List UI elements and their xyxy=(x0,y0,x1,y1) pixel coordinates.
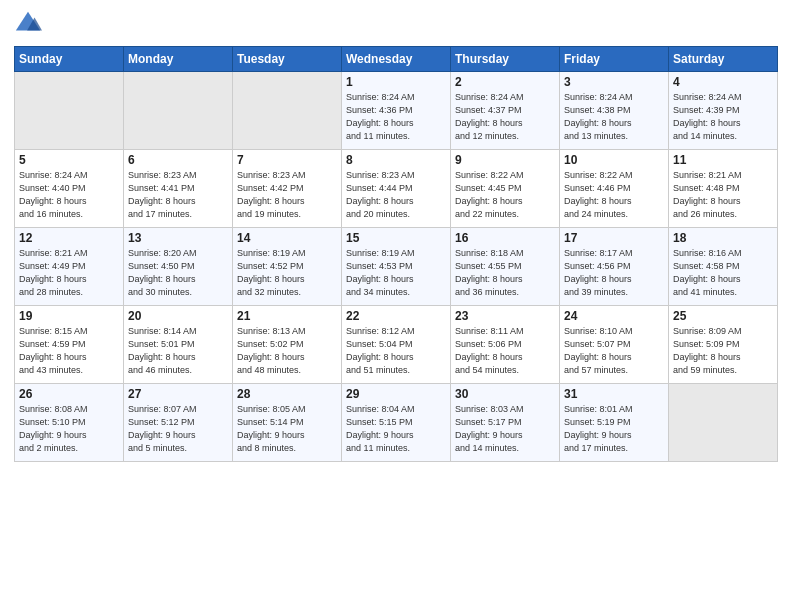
day-number: 29 xyxy=(346,387,446,401)
day-cell: 11Sunrise: 8:21 AM Sunset: 4:48 PM Dayli… xyxy=(669,150,778,228)
day-cell: 29Sunrise: 8:04 AM Sunset: 5:15 PM Dayli… xyxy=(342,384,451,462)
day-cell: 26Sunrise: 8:08 AM Sunset: 5:10 PM Dayli… xyxy=(15,384,124,462)
day-info: Sunrise: 8:10 AM Sunset: 5:07 PM Dayligh… xyxy=(564,325,664,377)
day-info: Sunrise: 8:21 AM Sunset: 4:49 PM Dayligh… xyxy=(19,247,119,299)
day-cell: 16Sunrise: 8:18 AM Sunset: 4:55 PM Dayli… xyxy=(451,228,560,306)
col-header-friday: Friday xyxy=(560,47,669,72)
day-cell: 21Sunrise: 8:13 AM Sunset: 5:02 PM Dayli… xyxy=(233,306,342,384)
day-info: Sunrise: 8:22 AM Sunset: 4:46 PM Dayligh… xyxy=(564,169,664,221)
day-number: 14 xyxy=(237,231,337,245)
logo-icon xyxy=(14,10,42,38)
day-info: Sunrise: 8:24 AM Sunset: 4:39 PM Dayligh… xyxy=(673,91,773,143)
day-number: 24 xyxy=(564,309,664,323)
day-number: 28 xyxy=(237,387,337,401)
day-number: 17 xyxy=(564,231,664,245)
day-number: 5 xyxy=(19,153,119,167)
day-cell: 8Sunrise: 8:23 AM Sunset: 4:44 PM Daylig… xyxy=(342,150,451,228)
day-number: 1 xyxy=(346,75,446,89)
day-number: 12 xyxy=(19,231,119,245)
day-number: 16 xyxy=(455,231,555,245)
day-info: Sunrise: 8:16 AM Sunset: 4:58 PM Dayligh… xyxy=(673,247,773,299)
day-info: Sunrise: 8:17 AM Sunset: 4:56 PM Dayligh… xyxy=(564,247,664,299)
day-cell: 15Sunrise: 8:19 AM Sunset: 4:53 PM Dayli… xyxy=(342,228,451,306)
day-cell: 3Sunrise: 8:24 AM Sunset: 4:38 PM Daylig… xyxy=(560,72,669,150)
day-number: 6 xyxy=(128,153,228,167)
day-cell: 12Sunrise: 8:21 AM Sunset: 4:49 PM Dayli… xyxy=(15,228,124,306)
day-number: 30 xyxy=(455,387,555,401)
day-info: Sunrise: 8:18 AM Sunset: 4:55 PM Dayligh… xyxy=(455,247,555,299)
day-info: Sunrise: 8:23 AM Sunset: 4:41 PM Dayligh… xyxy=(128,169,228,221)
day-cell: 13Sunrise: 8:20 AM Sunset: 4:50 PM Dayli… xyxy=(124,228,233,306)
day-number: 25 xyxy=(673,309,773,323)
day-cell: 6Sunrise: 8:23 AM Sunset: 4:41 PM Daylig… xyxy=(124,150,233,228)
week-row-3: 12Sunrise: 8:21 AM Sunset: 4:49 PM Dayli… xyxy=(15,228,778,306)
day-number: 23 xyxy=(455,309,555,323)
day-info: Sunrise: 8:22 AM Sunset: 4:45 PM Dayligh… xyxy=(455,169,555,221)
day-number: 26 xyxy=(19,387,119,401)
day-cell: 17Sunrise: 8:17 AM Sunset: 4:56 PM Dayli… xyxy=(560,228,669,306)
day-cell: 24Sunrise: 8:10 AM Sunset: 5:07 PM Dayli… xyxy=(560,306,669,384)
col-header-sunday: Sunday xyxy=(15,47,124,72)
day-info: Sunrise: 8:03 AM Sunset: 5:17 PM Dayligh… xyxy=(455,403,555,455)
day-cell: 7Sunrise: 8:23 AM Sunset: 4:42 PM Daylig… xyxy=(233,150,342,228)
day-info: Sunrise: 8:20 AM Sunset: 4:50 PM Dayligh… xyxy=(128,247,228,299)
week-row-2: 5Sunrise: 8:24 AM Sunset: 4:40 PM Daylig… xyxy=(15,150,778,228)
day-info: Sunrise: 8:24 AM Sunset: 4:36 PM Dayligh… xyxy=(346,91,446,143)
day-number: 21 xyxy=(237,309,337,323)
day-number: 4 xyxy=(673,75,773,89)
day-cell: 1Sunrise: 8:24 AM Sunset: 4:36 PM Daylig… xyxy=(342,72,451,150)
day-info: Sunrise: 8:13 AM Sunset: 5:02 PM Dayligh… xyxy=(237,325,337,377)
day-number: 2 xyxy=(455,75,555,89)
day-cell: 18Sunrise: 8:16 AM Sunset: 4:58 PM Dayli… xyxy=(669,228,778,306)
day-number: 19 xyxy=(19,309,119,323)
day-cell: 14Sunrise: 8:19 AM Sunset: 4:52 PM Dayli… xyxy=(233,228,342,306)
day-info: Sunrise: 8:14 AM Sunset: 5:01 PM Dayligh… xyxy=(128,325,228,377)
day-info: Sunrise: 8:15 AM Sunset: 4:59 PM Dayligh… xyxy=(19,325,119,377)
day-cell: 27Sunrise: 8:07 AM Sunset: 5:12 PM Dayli… xyxy=(124,384,233,462)
day-number: 20 xyxy=(128,309,228,323)
day-info: Sunrise: 8:24 AM Sunset: 4:40 PM Dayligh… xyxy=(19,169,119,221)
day-info: Sunrise: 8:07 AM Sunset: 5:12 PM Dayligh… xyxy=(128,403,228,455)
day-cell: 23Sunrise: 8:11 AM Sunset: 5:06 PM Dayli… xyxy=(451,306,560,384)
day-number: 18 xyxy=(673,231,773,245)
day-info: Sunrise: 8:23 AM Sunset: 4:44 PM Dayligh… xyxy=(346,169,446,221)
col-header-monday: Monday xyxy=(124,47,233,72)
day-info: Sunrise: 8:05 AM Sunset: 5:14 PM Dayligh… xyxy=(237,403,337,455)
day-info: Sunrise: 8:21 AM Sunset: 4:48 PM Dayligh… xyxy=(673,169,773,221)
day-cell xyxy=(124,72,233,150)
day-cell: 28Sunrise: 8:05 AM Sunset: 5:14 PM Dayli… xyxy=(233,384,342,462)
week-row-5: 26Sunrise: 8:08 AM Sunset: 5:10 PM Dayli… xyxy=(15,384,778,462)
week-row-1: 1Sunrise: 8:24 AM Sunset: 4:36 PM Daylig… xyxy=(15,72,778,150)
header xyxy=(14,10,778,38)
day-cell: 5Sunrise: 8:24 AM Sunset: 4:40 PM Daylig… xyxy=(15,150,124,228)
day-cell: 22Sunrise: 8:12 AM Sunset: 5:04 PM Dayli… xyxy=(342,306,451,384)
day-info: Sunrise: 8:11 AM Sunset: 5:06 PM Dayligh… xyxy=(455,325,555,377)
day-info: Sunrise: 8:04 AM Sunset: 5:15 PM Dayligh… xyxy=(346,403,446,455)
week-row-4: 19Sunrise: 8:15 AM Sunset: 4:59 PM Dayli… xyxy=(15,306,778,384)
day-info: Sunrise: 8:23 AM Sunset: 4:42 PM Dayligh… xyxy=(237,169,337,221)
day-number: 31 xyxy=(564,387,664,401)
day-info: Sunrise: 8:08 AM Sunset: 5:10 PM Dayligh… xyxy=(19,403,119,455)
col-header-saturday: Saturday xyxy=(669,47,778,72)
day-cell: 30Sunrise: 8:03 AM Sunset: 5:17 PM Dayli… xyxy=(451,384,560,462)
day-cell: 9Sunrise: 8:22 AM Sunset: 4:45 PM Daylig… xyxy=(451,150,560,228)
day-info: Sunrise: 8:01 AM Sunset: 5:19 PM Dayligh… xyxy=(564,403,664,455)
day-number: 27 xyxy=(128,387,228,401)
logo xyxy=(14,10,46,38)
col-header-thursday: Thursday xyxy=(451,47,560,72)
day-number: 3 xyxy=(564,75,664,89)
day-cell: 10Sunrise: 8:22 AM Sunset: 4:46 PM Dayli… xyxy=(560,150,669,228)
day-cell: 20Sunrise: 8:14 AM Sunset: 5:01 PM Dayli… xyxy=(124,306,233,384)
day-cell: 25Sunrise: 8:09 AM Sunset: 5:09 PM Dayli… xyxy=(669,306,778,384)
day-info: Sunrise: 8:12 AM Sunset: 5:04 PM Dayligh… xyxy=(346,325,446,377)
day-cell xyxy=(233,72,342,150)
day-cell: 19Sunrise: 8:15 AM Sunset: 4:59 PM Dayli… xyxy=(15,306,124,384)
header-row: SundayMondayTuesdayWednesdayThursdayFrid… xyxy=(15,47,778,72)
day-number: 13 xyxy=(128,231,228,245)
calendar-table: SundayMondayTuesdayWednesdayThursdayFrid… xyxy=(14,46,778,462)
day-number: 9 xyxy=(455,153,555,167)
day-number: 11 xyxy=(673,153,773,167)
day-cell: 4Sunrise: 8:24 AM Sunset: 4:39 PM Daylig… xyxy=(669,72,778,150)
day-cell xyxy=(15,72,124,150)
day-cell xyxy=(669,384,778,462)
